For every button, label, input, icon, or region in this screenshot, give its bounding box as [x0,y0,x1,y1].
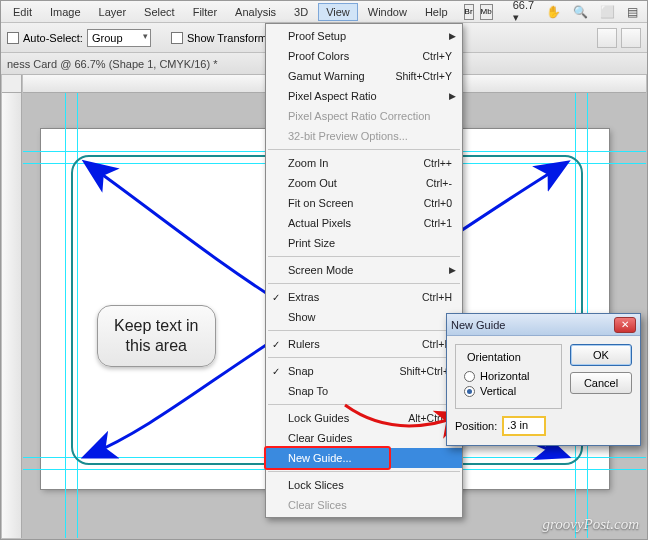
app-frame: EditImageLayerSelectFilterAnalysis3DView… [0,0,648,540]
menuitem-label: Proof Setup [288,30,346,42]
menuitem-lock-guides[interactable]: Lock GuidesAlt+Ctrl+; [266,408,462,428]
callout-line: this area [114,336,199,356]
menuitem-rulers[interactable]: ✓RulersCtrl+R [266,334,462,354]
menuitem-label: Clear Guides [288,432,352,444]
showtransform-checkbox[interactable] [171,32,183,44]
menuitem-label: Fit on Screen [288,197,353,209]
menuitem-label: Extras [288,291,319,303]
autoselect-checkbox[interactable] [7,32,19,44]
cancel-button[interactable]: Cancel [570,372,632,394]
menu-window[interactable]: Window [360,3,415,21]
menuitem-actual-pixels[interactable]: Actual PixelsCtrl+1 [266,213,462,233]
close-icon[interactable]: ✕ [614,317,636,333]
new-guide-dialog: New Guide ✕ Orientation Horizontal Verti… [446,313,641,446]
menuitem-shortcut: Ctrl+Y [423,50,452,62]
radio-icon [464,386,475,397]
zoom-level[interactable]: 66.7 ▾ [513,0,534,24]
menuitem-label: 32-bit Preview Options... [288,130,408,142]
menuitem-label: Proof Colors [288,50,349,62]
fieldset-legend: Orientation [464,351,524,363]
menuitem-snap[interactable]: ✓SnapShift+Ctrl+; [266,361,462,381]
menu-analysis[interactable]: Analysis [227,3,284,21]
submenu-arrow-icon: ▶ [449,91,456,101]
menuitem-shortcut: Shift+Ctrl+Y [395,70,452,82]
document-tab[interactable]: ness Card @ 66.7% (Shape 1, CMYK/16) * [7,58,218,70]
radio-horizontal[interactable]: Horizontal [464,370,553,382]
menuitem-label: Gamut Warning [288,70,365,82]
radio-label: Vertical [480,385,516,397]
toolbar-icon[interactable]: ⬜ [600,3,615,21]
annotation-callout: Keep text in this area [97,305,216,367]
menuitem-lock-slices[interactable]: Lock Slices [266,475,462,495]
menuitem-extras[interactable]: ✓ExtrasCtrl+H [266,287,462,307]
menuitem-label: Screen Mode [288,264,353,276]
callout-line: Keep text in [114,316,199,336]
menu-image[interactable]: Image [42,3,89,21]
menuitem-label: Snap [288,365,314,377]
menuitem-proof-colors[interactable]: Proof ColorsCtrl+Y [266,46,462,66]
menuitem-shortcut: Ctrl+1 [424,217,452,229]
submenu-arrow-icon: ▶ [449,31,456,41]
toolbar-icon[interactable]: 🔍 [573,3,588,21]
guide-vertical[interactable] [65,93,66,538]
autoselect-dropdown[interactable]: Group [87,29,151,47]
menuitem-pixel-aspect-ratio-correction: Pixel Aspect Ratio Correction [266,106,462,126]
dialog-titlebar[interactable]: New Guide ✕ [447,314,640,336]
menuitem-clear-guides[interactable]: Clear Guides [266,428,462,448]
check-icon: ✓ [272,339,280,350]
menu-filter[interactable]: Filter [185,3,225,21]
radio-vertical[interactable]: Vertical [464,385,553,397]
menuitem-snap-to[interactable]: Snap To▶ [266,381,462,401]
ruler-origin[interactable] [2,75,22,93]
position-input[interactable]: .3 in [503,417,545,435]
menuitem-fit-on-screen[interactable]: Fit on ScreenCtrl+0 [266,193,462,213]
menuitem-label: Snap To [288,385,328,397]
menuitem-clear-slices: Clear Slices [266,495,462,515]
menuitem-shortcut: Ctrl+0 [424,197,452,209]
align-icon[interactable] [597,28,617,48]
menuitem-label: Rulers [288,338,320,350]
menuitem-proof-setup[interactable]: Proof Setup▶ [266,26,462,46]
menuitem-zoom-out[interactable]: Zoom OutCtrl+- [266,173,462,193]
menuitem-zoom-in[interactable]: Zoom InCtrl++ [266,153,462,173]
menuitem-32-bit-preview-options: 32-bit Preview Options... [266,126,462,146]
position-label: Position: [455,420,497,432]
toolbar-icon[interactable]: ✋ [546,3,561,21]
menuitem-label: Show [288,311,316,323]
submenu-arrow-icon: ▶ [449,265,456,275]
menu-layer[interactable]: Layer [91,3,135,21]
alignment-icons [597,28,647,48]
menu-view[interactable]: View [318,3,358,21]
app-bridge-icon[interactable]: Mb [480,4,493,20]
menuitem-new-guide[interactable]: New Guide... [266,448,462,468]
ruler-vertical[interactable] [2,93,22,538]
menu-help[interactable]: Help [417,3,456,21]
toolbar-icon[interactable]: ▤ [627,3,638,21]
app-bridge-icon[interactable]: Br [464,4,474,20]
menuitem-label: New Guide... [288,452,352,464]
orientation-fieldset: Orientation Horizontal Vertical [455,344,562,409]
autoselect-label: Auto-Select: [23,32,83,44]
menuitem-label: Zoom Out [288,177,337,189]
ok-button[interactable]: OK [570,344,632,366]
menu-edit[interactable]: Edit [5,3,40,21]
menuitem-shortcut: Ctrl+H [422,291,452,303]
align-icon[interactable] [621,28,641,48]
menuitem-screen-mode[interactable]: Screen Mode▶ [266,260,462,280]
menuitem-shortcut: Shift+Ctrl+; [399,365,452,377]
menuitem-label: Pixel Aspect Ratio Correction [288,110,430,122]
menuitem-print-size[interactable]: Print Size [266,233,462,253]
menuitem-label: Lock Guides [288,412,349,424]
menuitem-gamut-warning[interactable]: Gamut WarningShift+Ctrl+Y [266,66,462,86]
menu-3d[interactable]: 3D [286,3,316,21]
menuitem-pixel-aspect-ratio[interactable]: Pixel Aspect Ratio▶ [266,86,462,106]
menuitem-label: Pixel Aspect Ratio [288,90,377,102]
watermark: groovyPost.com [542,516,639,533]
menuitem-label: Clear Slices [288,499,347,511]
menuitem-label: Lock Slices [288,479,344,491]
check-icon: ✓ [272,292,280,303]
dialog-title: New Guide [451,319,505,331]
menuitem-label: Zoom In [288,157,328,169]
menuitem-show[interactable]: Show▶ [266,307,462,327]
menu-select[interactable]: Select [136,3,183,21]
